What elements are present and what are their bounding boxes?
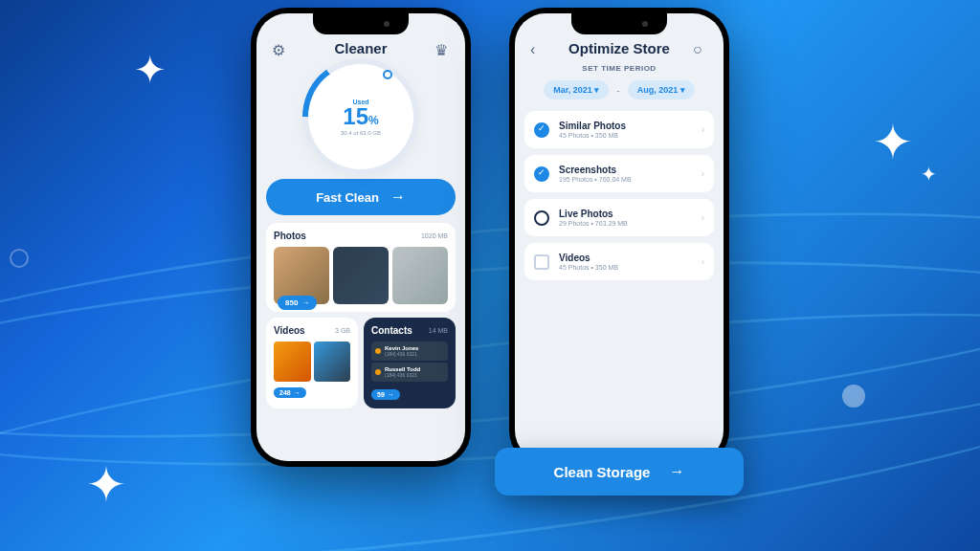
option-similar-photos[interactable]: Similar Photos45 Photos • 350 MB › <box>524 111 714 148</box>
photo-thumb <box>392 247 448 304</box>
phone-optimize: ‹ Optimize Store ○ SET TIME PERIOD Mar, … <box>509 8 729 467</box>
chevron-right-icon: › <box>702 124 704 135</box>
chevron-right-icon: › <box>702 212 704 223</box>
phone-cleaner: ⚙ Cleaner ♛ Used 15% 30.4 of 63.0 GB Fas… <box>251 8 471 467</box>
contacts-card[interactable]: Contacts 14 MB Kevin Jones(184) 436 6321… <box>364 318 456 408</box>
photos-count-badge[interactable]: 850 → <box>278 296 317 310</box>
section-label: SET TIME PERIOD <box>524 64 714 73</box>
date-to-chip[interactable]: Aug, 2021 ▾ <box>628 80 695 99</box>
header: ‹ Optimize Store ○ <box>524 40 714 56</box>
videos-count-badge[interactable]: 248 → <box>274 387 306 398</box>
checkbox-icon[interactable] <box>534 210 549 226</box>
date-from-chip[interactable]: Mar, 2021 ▾ <box>544 80 609 99</box>
fast-clean-button[interactable]: Fast Clean→ <box>266 179 456 215</box>
contact-item: Russell Todd(184) 436 6321 <box>371 363 448 382</box>
back-icon[interactable]: ‹ <box>530 41 546 56</box>
contacts-count-badge[interactable]: 59 → <box>371 389 400 400</box>
date-range: Mar, 2021 ▾ - Aug, 2021 ▾ <box>524 80 714 99</box>
arrow-right-icon: → <box>669 463 684 480</box>
contact-item: Kevin Jones(184) 436 6321 <box>371 342 448 361</box>
option-live-photos[interactable]: Live Photos29 Photos • 763.29 MB › <box>524 199 714 236</box>
premium-icon[interactable]: ♛ <box>434 41 450 56</box>
arrow-right-icon: → <box>390 188 406 206</box>
video-thumb <box>274 342 311 382</box>
app-title: Cleaner <box>334 40 387 56</box>
clean-storage-button[interactable]: Clean Storage→ <box>495 448 744 496</box>
option-screenshots[interactable]: Screenshots195 Photos • 760.04 MB › <box>524 155 714 192</box>
page-title: Optimize Store <box>568 40 670 56</box>
checkbox-icon[interactable] <box>534 122 549 138</box>
chevron-right-icon: › <box>702 256 704 267</box>
storage-gauge: Used 15% 30.4 of 63.0 GB <box>308 64 413 169</box>
checkbox-icon[interactable] <box>534 254 549 270</box>
circle-icon[interactable]: ○ <box>693 41 708 56</box>
checkbox-icon[interactable] <box>534 166 549 182</box>
option-videos[interactable]: Videos45 Photos • 350 MB › <box>524 243 714 280</box>
header: ⚙ Cleaner ♛ <box>266 40 456 56</box>
settings-icon[interactable]: ⚙ <box>272 41 287 56</box>
videos-card[interactable]: Videos 3 GB 248 → <box>266 318 358 408</box>
video-thumb <box>314 342 351 382</box>
chevron-right-icon: › <box>702 168 704 179</box>
photos-card[interactable]: Photos 1020 MB 850 → <box>266 223 456 312</box>
photo-thumb <box>333 247 389 304</box>
